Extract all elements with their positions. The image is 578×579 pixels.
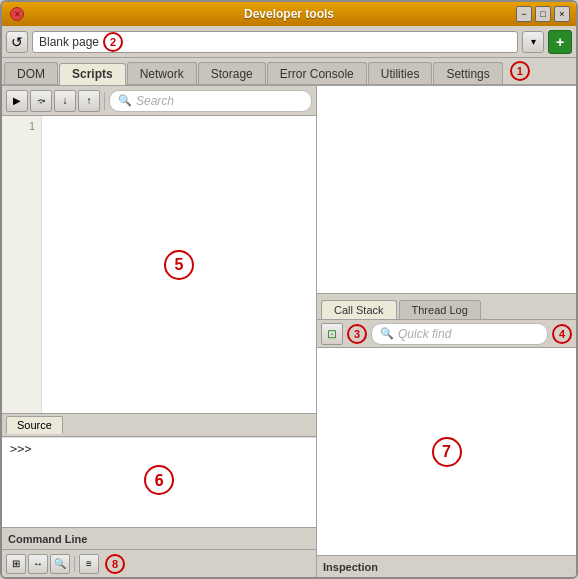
tab-scripts[interactable]: Scripts: [59, 63, 126, 85]
step-out-icon: ↑: [87, 95, 92, 106]
reload-button[interactable]: ↺: [6, 31, 28, 53]
right-main-annotation: 7: [317, 348, 576, 555]
source-tab-bar: Source: [2, 413, 316, 437]
run-icon: ▶: [13, 95, 21, 106]
console-area[interactable]: >>> 6: [2, 437, 316, 527]
tab-network[interactable]: Network: [127, 62, 197, 84]
title-bar: ✕ Developer tools − □ ×: [2, 2, 576, 26]
bottom-btn-4[interactable]: ≡: [79, 554, 99, 574]
line-number-1: 1: [2, 120, 35, 132]
bottom-btn-3-icon: 🔍: [54, 558, 66, 569]
command-line-label: Command Line: [8, 533, 87, 545]
tab-settings[interactable]: Settings: [433, 62, 502, 84]
step-over-icon: ⤼: [37, 95, 45, 106]
tab-storage[interactable]: Storage: [198, 62, 266, 84]
tab-utilities[interactable]: Utilities: [368, 62, 433, 84]
bottom-toolbar: ⊞ ↔ 🔍 ≡ 8: [2, 549, 316, 577]
run-button[interactable]: ▶: [6, 90, 28, 112]
right-panel: Call Stack Thread Log ⊡ 3 🔍 Quick find 4: [317, 86, 576, 577]
bottom-btn-1[interactable]: ⊞: [6, 554, 26, 574]
script-toolbar: ▶ ⤼ ↓ ↑ 🔍 Search: [2, 86, 316, 116]
developer-tools-window: ✕ Developer tools − □ × ↺ Blank page 2 ▾…: [0, 0, 578, 579]
console-annotation-area: 6: [10, 456, 308, 505]
toolbar-sep-2: [74, 556, 75, 572]
quick-find-icon: 🔍: [380, 327, 394, 340]
minimize-button[interactable]: −: [516, 6, 532, 22]
maximize-button[interactable]: □: [535, 6, 551, 22]
main-tab-bar: DOM Scripts Network Storage Error Consol…: [2, 58, 576, 86]
console-prompt: >>>: [10, 442, 308, 456]
bottom-btn-1-icon: ⊞: [12, 558, 20, 569]
tab-source[interactable]: Source: [6, 416, 63, 434]
window-controls: − □ ×: [516, 6, 570, 22]
editor-content[interactable]: 5: [42, 116, 316, 413]
inspection-bar: Inspection: [317, 555, 576, 577]
step-out-button[interactable]: ↑: [78, 90, 100, 112]
annotation-2: 2: [103, 32, 123, 52]
annotation-7: 7: [432, 437, 462, 467]
traffic-light[interactable]: ✕: [10, 7, 24, 21]
annotation-6: 6: [144, 465, 174, 495]
tab-error-console[interactable]: Error Console: [267, 62, 367, 84]
bottom-btn-4-icon: ≡: [86, 558, 92, 569]
annotation-3: 3: [347, 324, 367, 344]
page-title: Blank page: [39, 35, 99, 49]
right-toolbar: ⊡ 3 🔍 Quick find 4: [317, 320, 576, 348]
search-icon: 🔍: [118, 94, 132, 107]
editor-area[interactable]: 1 5: [2, 116, 316, 413]
right-main-area: 7: [317, 348, 576, 555]
right-toolbar-btn[interactable]: ⊡: [321, 323, 343, 345]
bottom-btn-2-icon: ↔: [33, 558, 43, 569]
tab-dom[interactable]: DOM: [4, 62, 58, 84]
address-input[interactable]: Blank page 2: [32, 31, 518, 53]
annotation-8: 8: [105, 554, 125, 574]
new-window-button[interactable]: +: [548, 30, 572, 54]
quick-find-box[interactable]: 🔍 Quick find: [371, 323, 548, 345]
window-title: Developer tools: [244, 7, 334, 21]
command-line-bar: Command Line: [2, 527, 316, 549]
search-placeholder: Search: [136, 94, 174, 108]
bottom-btn-2[interactable]: ↔: [28, 554, 48, 574]
step-in-button[interactable]: ↓: [54, 90, 76, 112]
right-tab-bar: Call Stack Thread Log: [317, 294, 576, 320]
editor-annotation-area: 5: [46, 120, 312, 409]
annotation-4: 4: [552, 324, 572, 344]
step-in-icon: ↓: [63, 95, 68, 106]
main-content: ▶ ⤼ ↓ ↑ 🔍 Search 1: [2, 86, 576, 577]
inspection-label: Inspection: [323, 561, 378, 573]
close-traffic-light[interactable]: ✕: [10, 7, 24, 21]
quick-find-placeholder: Quick find: [398, 327, 451, 341]
left-panel: ▶ ⤼ ↓ ↑ 🔍 Search 1: [2, 86, 317, 577]
search-box[interactable]: 🔍 Search: [109, 90, 312, 112]
right-toolbar-icon: ⊡: [327, 327, 337, 341]
address-bar: ↺ Blank page 2 ▾ +: [2, 26, 576, 58]
toolbar-separator: [104, 92, 105, 110]
close-button[interactable]: ×: [554, 6, 570, 22]
tab-call-stack[interactable]: Call Stack: [321, 300, 397, 319]
right-top-area: [317, 86, 576, 294]
bottom-btn-3[interactable]: 🔍: [50, 554, 70, 574]
step-over-button[interactable]: ⤼: [30, 90, 52, 112]
annotation-1: 1: [510, 61, 530, 81]
annotation-5: 5: [164, 250, 194, 280]
tab-thread-log[interactable]: Thread Log: [399, 300, 481, 319]
line-numbers: 1: [2, 116, 42, 413]
address-dropdown-button[interactable]: ▾: [522, 31, 544, 53]
